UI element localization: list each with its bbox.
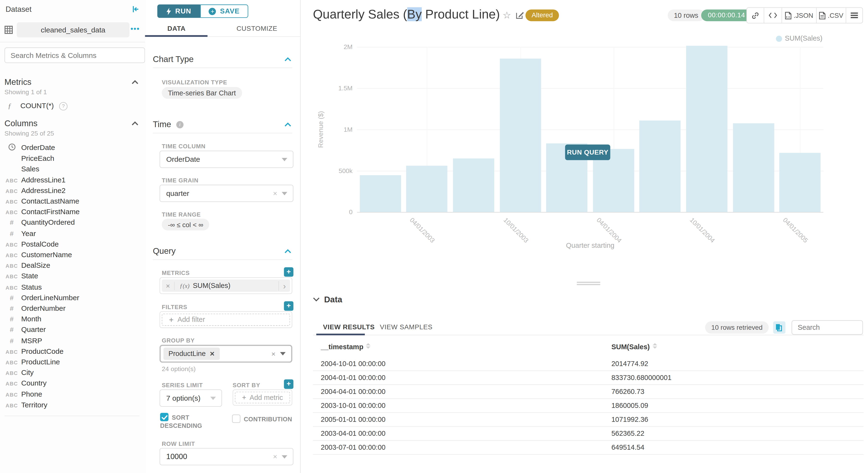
column-type-icon: # <box>5 229 19 238</box>
run-button[interactable]: RUN <box>157 5 200 18</box>
column-item-OrderLineNumber[interactable]: #OrderLineNumber <box>0 292 145 303</box>
column-item-OrderDate[interactable]: OrderDate <box>0 142 145 153</box>
y-axis-title: Revenue ($) <box>317 99 324 160</box>
column-item-Sales[interactable]: Sales <box>0 164 145 174</box>
column-item-AddressLine2[interactable]: ABCAddressLine2 <box>0 185 145 196</box>
time-column-select[interactable]: OrderDate <box>160 151 293 168</box>
bar-2005-01-01[interactable] <box>733 124 774 212</box>
remove-metric-icon[interactable]: × <box>162 281 175 290</box>
view-results-tab[interactable]: VIEW RESULTS <box>323 323 375 331</box>
column-header-timestamp[interactable]: __timestamp <box>321 343 371 351</box>
bar-2003-07-01[interactable] <box>453 158 494 212</box>
column-item-label: Month <box>21 315 41 323</box>
table-row[interactable]: 2003-04-01 00:00:00562365.22 <box>313 426 863 441</box>
column-type-icon: # <box>5 218 19 227</box>
column-item-label: DealSize <box>21 261 50 270</box>
tab-customize[interactable]: CUSTOMIZE <box>237 25 277 32</box>
view-samples-tab[interactable]: VIEW SAMPLES <box>380 323 433 331</box>
expand-metric-icon[interactable]: › <box>278 281 290 290</box>
column-item-State[interactable]: ABCState <box>0 271 145 281</box>
cell-timestamp: 2003-07-01 00:00:00 <box>321 443 385 451</box>
dataset-more-icon[interactable]: ••• <box>130 25 140 33</box>
column-item-Quarter[interactable]: #Quarter <box>0 324 145 335</box>
column-header-sum-sales[interactable]: SUM(Sales) <box>611 343 657 351</box>
add-metric-button[interactable]: + <box>284 267 293 277</box>
run-query-button[interactable]: RUN QUERY <box>565 145 610 160</box>
column-type-icon: ABC <box>5 272 19 280</box>
chart-title[interactable]: Quarterly Sales (By Product Line) <box>313 7 500 22</box>
visualization-type-value[interactable]: Time-series Bar Chart <box>162 87 242 99</box>
chart-legend[interactable]: SUM(Sales) <box>776 35 823 42</box>
text-type-icon: ABC <box>5 263 18 269</box>
table-row[interactable]: 2004-01-01 00:00:00833730.680000001 <box>313 370 863 385</box>
metric-field: × ƒ(x) SUM(Sales) › <box>160 277 292 294</box>
column-item-ProductCode[interactable]: ABCProductCode <box>0 346 145 356</box>
time-range-value[interactable]: -∞ ≤ col < ∞ <box>162 219 209 230</box>
column-item-DealSize[interactable]: ABCDealSize <box>0 260 145 271</box>
time-grain-select[interactable]: quarter× <box>160 185 293 202</box>
column-item-OrderNumber[interactable]: #OrderNumber <box>0 303 145 313</box>
column-item-AddressLine1[interactable]: ABCAddressLine1 <box>0 175 145 185</box>
data-section-collapse-icon[interactable] <box>313 297 320 302</box>
metric-chip[interactable]: × ƒ(x) SUM(Sales) › <box>162 280 290 292</box>
edit-title-icon[interactable] <box>516 10 524 20</box>
sort-icon[interactable] <box>366 343 371 349</box>
table-row[interactable]: 2003-10-01 00:00:001860005.09 <box>313 398 863 413</box>
column-item-ContactFirstName[interactable]: ABCContactFirstName <box>0 207 145 217</box>
bar-2003-10-01[interactable] <box>500 58 541 212</box>
chart-type-collapse-icon[interactable] <box>284 57 291 62</box>
bar-2003-04-01[interactable] <box>406 166 448 212</box>
y-axis-tick-label: 2M <box>328 43 352 50</box>
time-collapse-icon[interactable] <box>284 122 291 127</box>
bar-2004-07-01[interactable] <box>640 120 681 212</box>
table-row[interactable]: 2005-01-01 00:00:001071992.36 <box>313 412 863 427</box>
column-item-label: ContactFirstName <box>21 208 80 216</box>
column-item-CustomerName[interactable]: ABCCustomerName <box>0 250 145 260</box>
column-item-label: OrderDate <box>21 144 55 152</box>
copy-data-button[interactable] <box>773 321 785 334</box>
column-item-Month[interactable]: #Month <box>0 314 145 324</box>
column-item-ContactLastName[interactable]: ABCContactLastName <box>0 196 145 207</box>
chart-menu-button[interactable] <box>846 8 863 23</box>
column-type-icon: ABC <box>5 208 19 216</box>
sort-icon[interactable] <box>652 343 657 349</box>
dataset-name[interactable]: cleaned_sales_data <box>17 22 129 37</box>
table-row[interactable]: 2003-07-01 00:00:00649514.54 <box>313 440 863 455</box>
columns-collapse-icon[interactable] <box>132 121 138 126</box>
column-item-PriceEach[interactable]: PriceEach <box>0 153 145 163</box>
share-link-button[interactable] <box>747 8 765 23</box>
metric-item[interactable]: ƒCOUNT(*) ? <box>8 101 67 110</box>
bar-2004-10-01[interactable] <box>686 46 727 212</box>
time-section-title: Time i <box>153 120 184 129</box>
remove-chip-icon[interactable]: ✕ <box>210 350 215 357</box>
tab-data[interactable]: DATA <box>167 25 186 32</box>
add-filter-dropzone[interactable]: +Add filter <box>162 314 290 326</box>
column-type-icon: ABC <box>5 283 19 291</box>
bar-2003-01-01[interactable] <box>360 176 401 212</box>
save-button[interactable]: + SAVE <box>200 5 248 18</box>
metrics-collapse-icon[interactable] <box>132 80 138 84</box>
export-csv-button[interactable]: .CSV <box>816 8 846 23</box>
data-search-input[interactable] <box>792 320 863 335</box>
column-item-Year[interactable]: #Year <box>0 228 145 239</box>
column-item-PostalCode[interactable]: ABCPostalCode <box>0 239 145 249</box>
clear-icon[interactable]: × <box>273 189 277 197</box>
bar-2005-04-01[interactable] <box>779 153 821 212</box>
add-filter-button[interactable]: + <box>284 302 293 311</box>
table-row[interactable]: 2004-10-01 00:00:002014774.92 <box>313 356 863 371</box>
text-type-icon: ABC <box>5 188 18 194</box>
collapse-panel-icon[interactable] <box>132 5 140 13</box>
chart-canvas: SUM(Sales) Revenue ($) 04/01/200310/01/2… <box>300 31 868 254</box>
column-item-Status[interactable]: ABCStatus <box>0 281 145 292</box>
explore-page: Dataset cleaned_sales_data ••• Metrics S… <box>0 0 868 473</box>
favorite-star-icon[interactable]: ☆ <box>502 9 511 21</box>
column-item-MSRP[interactable]: #MSRP <box>0 335 145 346</box>
query-collapse-icon[interactable] <box>284 249 291 253</box>
pane-resize-handle[interactable] <box>577 282 600 285</box>
search-metrics-input[interactable] <box>5 48 145 63</box>
altered-badge[interactable]: Altered <box>526 9 559 21</box>
export-json-button[interactable]: .JSON <box>782 8 816 23</box>
embed-code-button[interactable] <box>765 8 782 23</box>
column-item-QuantityOrdered[interactable]: #QuantityOrdered <box>0 217 145 228</box>
table-row[interactable]: 2004-04-01 00:00:00766260.73 <box>313 384 863 399</box>
